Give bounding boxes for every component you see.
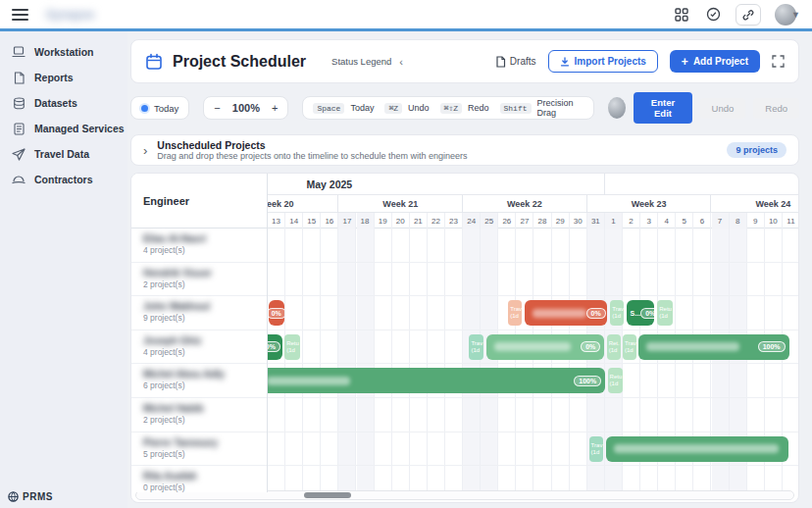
travel-tag[interactable]: Trav(1d bbox=[508, 300, 522, 326]
week-cell: Week 23 bbox=[587, 195, 712, 213]
shortcut-label: Undo bbox=[408, 103, 430, 113]
hamburger-menu-icon[interactable] bbox=[12, 9, 28, 21]
project-bar[interactable]: S...0% bbox=[627, 300, 654, 326]
day-number: 10 bbox=[769, 217, 778, 226]
project-bar[interactable]: 100% bbox=[638, 334, 788, 360]
sidebar-item-label: Workstation bbox=[34, 46, 93, 58]
engineer-row: Michel Abou Adly6 project(s) bbox=[131, 364, 267, 398]
unscheduled-count-badge[interactable]: 9 projects bbox=[727, 142, 787, 158]
day-cell: 3 bbox=[640, 213, 658, 229]
sidebar-item-label: Travel Data bbox=[34, 148, 89, 160]
banner-title: Unscheduled Projects bbox=[157, 139, 467, 151]
month-cell: May 2025 bbox=[268, 174, 605, 195]
gantt-header: May 2025 Week 20Week 21Week 22Week 23Wee… bbox=[131, 174, 798, 229]
sidebar-item-travel-data[interactable]: Travel Data bbox=[0, 141, 127, 167]
engineer-name: Hendrik Visser bbox=[143, 268, 267, 279]
sidebar-item-label: Contractors bbox=[34, 174, 93, 185]
shortcut-label: Precision Drag bbox=[537, 98, 580, 118]
chevron-down-icon[interactable]: ▼ bbox=[791, 10, 800, 20]
travel-tag[interactable]: Retu(1d bbox=[657, 300, 673, 326]
engineer-row: Michel Habib2 project(s) bbox=[131, 398, 267, 432]
calendar-icon bbox=[145, 53, 163, 71]
zoom-level: 100% bbox=[227, 102, 266, 114]
project-bar[interactable]: 0% bbox=[269, 300, 284, 326]
day-cell: 14 bbox=[285, 213, 303, 229]
engineer-row: Joseph Ghiz4 project(s) bbox=[131, 330, 267, 365]
project-bar[interactable] bbox=[606, 436, 788, 462]
import-projects-button[interactable]: Import Projects bbox=[548, 50, 658, 73]
travel-tag[interactable]: Trav(1d bbox=[623, 334, 636, 360]
chevron-right-icon[interactable]: › bbox=[143, 143, 147, 158]
engineer-project-count: 9 project(s) bbox=[143, 313, 267, 324]
editor-avatar[interactable] bbox=[608, 97, 626, 119]
tag-line2: (1d bbox=[471, 347, 483, 354]
sidebar: WorkstationReportsDatasetsManaged Servic… bbox=[0, 31, 127, 508]
scheduler-toolbar: Today − 100% + SpaceToday⌘ZUndo⌘⇧ZRedoSh… bbox=[130, 96, 799, 120]
shortcut-key: ⌘Z bbox=[384, 103, 402, 114]
project-bar[interactable]: 100% bbox=[268, 368, 605, 393]
day-number: 15 bbox=[307, 217, 316, 226]
project-bar-label: S... bbox=[631, 310, 641, 317]
day-cell: 17 bbox=[338, 213, 356, 229]
travel-tag[interactable]: Trav(1d bbox=[610, 300, 624, 326]
project-name-blurred bbox=[533, 309, 586, 318]
project-bar[interactable]: 0% bbox=[525, 300, 607, 326]
tag-line2: (1d bbox=[659, 313, 673, 320]
day-cell: 10 bbox=[765, 213, 783, 229]
engineer-name: Rita Asafah bbox=[143, 471, 267, 483]
add-project-button[interactable]: + Add Project bbox=[670, 50, 760, 73]
day-number: 30 bbox=[574, 217, 583, 226]
sidebar-item-reports[interactable]: Reports bbox=[0, 65, 127, 90]
day-number: 31 bbox=[591, 217, 600, 226]
timeline-header: May 2025 Week 20Week 21Week 22Week 23Wee… bbox=[268, 174, 798, 229]
week-cell: Week 22 bbox=[463, 195, 587, 213]
zoom-in-button[interactable]: + bbox=[272, 102, 278, 114]
sidebar-item-datasets[interactable]: Datasets bbox=[0, 90, 127, 116]
prms-logo-text: PRMS bbox=[23, 491, 53, 502]
apps-icon[interactable] bbox=[673, 6, 690, 24]
day-row: 1314151617181920212223242526272829303112… bbox=[268, 213, 798, 229]
engineer-name: John Wakhoul bbox=[143, 301, 267, 313]
day-number: 28 bbox=[538, 217, 547, 226]
link-icon[interactable] bbox=[736, 4, 761, 25]
day-number: 20 bbox=[396, 217, 405, 226]
travel-tag[interactable]: Retu(1d bbox=[284, 334, 300, 360]
day-cell: 6 bbox=[693, 213, 711, 229]
chevron-left-icon[interactable]: ‹ bbox=[399, 56, 403, 68]
drafts-button[interactable]: Drafts bbox=[495, 56, 536, 68]
travel-tag[interactable]: Trav(1d bbox=[469, 334, 483, 360]
day-number: 27 bbox=[520, 217, 529, 226]
engineer-name: Michel Habib bbox=[143, 403, 267, 415]
unscheduled-projects-banner[interactable]: › Unscheduled Projects Drag and drop the… bbox=[130, 134, 799, 166]
scrollbar-thumb[interactable] bbox=[304, 492, 351, 498]
sidebar-item-managed-services[interactable]: Managed Services bbox=[0, 116, 127, 141]
month-row: May 2025 bbox=[268, 174, 798, 195]
travel-tag[interactable]: Trav(1d bbox=[589, 436, 604, 462]
shortcut-key: ⌘⇧Z bbox=[440, 103, 462, 114]
enter-edit-button[interactable]: Enter Edit bbox=[634, 92, 691, 124]
progress-badge: 0% bbox=[586, 308, 606, 319]
status-legend-label[interactable]: Status Legend bbox=[331, 56, 391, 67]
zoom-out-button[interactable]: − bbox=[214, 102, 220, 114]
project-bar[interactable]: 0% bbox=[268, 334, 282, 360]
travel-tag[interactable]: Ret.(1d bbox=[607, 334, 621, 360]
sidebar-footer: PRMS bbox=[8, 491, 53, 502]
travel-tag[interactable]: Retu(1d bbox=[608, 368, 624, 393]
day-number: 4 bbox=[665, 217, 669, 226]
laptop-icon bbox=[12, 45, 25, 59]
sidebar-item-workstation[interactable]: Workstation bbox=[0, 39, 127, 65]
engineer-row: John Wakhoul9 project(s) bbox=[131, 296, 267, 330]
timeline-row bbox=[268, 398, 798, 432]
sidebar-item-contractors[interactable]: Contractors bbox=[0, 167, 127, 192]
helmet-icon bbox=[12, 173, 25, 186]
check-circle-icon[interactable] bbox=[704, 6, 722, 24]
week-row: Week 20Week 21Week 22Week 23Week 24 bbox=[268, 195, 798, 213]
database-icon bbox=[12, 96, 25, 110]
fullscreen-icon[interactable] bbox=[772, 55, 785, 68]
redo-button[interactable]: Redo bbox=[753, 98, 799, 119]
sidebar-item-label: Managed Services bbox=[34, 123, 125, 134]
project-bar[interactable]: 0% bbox=[486, 334, 605, 360]
undo-button[interactable]: Undo bbox=[700, 98, 746, 119]
today-button[interactable]: Today bbox=[130, 96, 189, 120]
day-cell: 23 bbox=[445, 213, 463, 229]
